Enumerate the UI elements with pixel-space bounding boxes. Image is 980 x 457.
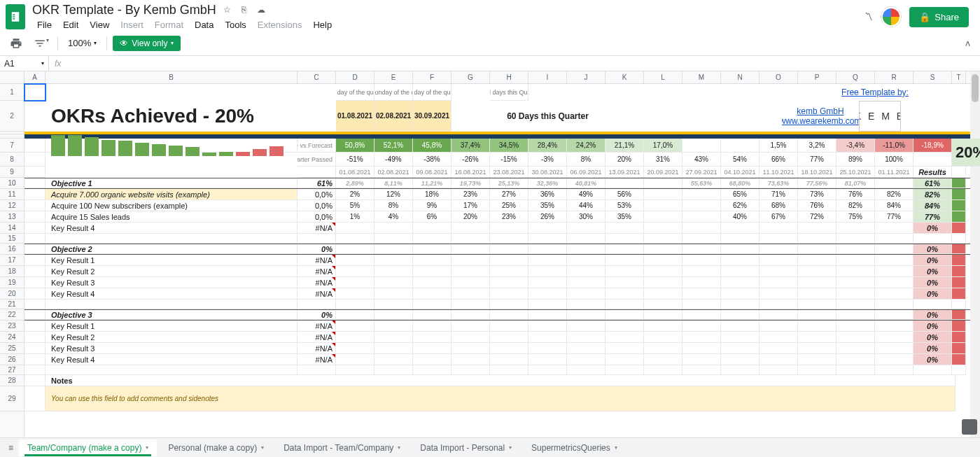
row-header[interactable]: 24 bbox=[0, 332, 24, 343]
cell[interactable]: #N/A bbox=[298, 288, 336, 300]
cell[interactable] bbox=[760, 255, 798, 266]
star-icon[interactable]: ☆ bbox=[222, 4, 233, 15]
spreadsheet-grid[interactable]: ABCDEFGHIJKLMNOPQRST 1278910111213141516… bbox=[0, 71, 980, 437]
cell[interactable] bbox=[374, 266, 413, 277]
cell[interactable] bbox=[451, 288, 490, 300]
cell[interactable] bbox=[875, 255, 913, 266]
cell[interactable] bbox=[298, 167, 336, 178]
cell[interactable] bbox=[656, 101, 681, 132]
meet-icon[interactable] bbox=[881, 7, 901, 27]
cell[interactable] bbox=[528, 234, 567, 244]
cell[interactable] bbox=[644, 234, 682, 244]
cell[interactable] bbox=[760, 365, 798, 375]
explore-button[interactable] bbox=[962, 419, 977, 435]
cell[interactable]: 1,5% bbox=[760, 139, 798, 153]
cell[interactable]: 77% bbox=[798, 153, 836, 167]
cell[interactable]: 8% bbox=[567, 153, 606, 167]
cell[interactable] bbox=[644, 266, 682, 277]
cell[interactable]: 35% bbox=[528, 200, 567, 211]
cell[interactable] bbox=[798, 365, 836, 375]
cell[interactable]: 0% bbox=[913, 255, 952, 266]
cell[interactable]: Key Result 1 bbox=[46, 255, 298, 266]
cell[interactable] bbox=[644, 84, 682, 101]
cell[interactable]: 68% bbox=[760, 200, 798, 211]
cell[interactable] bbox=[490, 354, 528, 365]
cell[interactable] bbox=[24, 277, 46, 288]
collapse-toolbar-icon[interactable]: ʌ bbox=[962, 36, 973, 51]
cell[interactable] bbox=[24, 321, 46, 332]
cell[interactable] bbox=[836, 310, 875, 320]
cell[interactable]: #N/A bbox=[298, 223, 336, 234]
row-header[interactable]: 12 bbox=[0, 200, 24, 211]
cell[interactable]: First Monday of the quarter bbox=[374, 84, 413, 101]
cell[interactable] bbox=[46, 300, 298, 309]
cell[interactable]: 40% bbox=[721, 211, 760, 223]
cell[interactable] bbox=[46, 84, 298, 101]
cell[interactable]: 77% bbox=[875, 211, 913, 223]
cell[interactable] bbox=[451, 321, 490, 332]
cell[interactable]: 0% bbox=[913, 332, 952, 343]
cell[interactable]: K E M B bbox=[859, 101, 901, 132]
cell[interactable]: 54% bbox=[721, 153, 760, 167]
cell[interactable] bbox=[721, 244, 760, 254]
cell[interactable]: 12% bbox=[374, 189, 413, 200]
cell[interactable]: 28,4% bbox=[528, 139, 567, 153]
cell[interactable] bbox=[24, 244, 46, 254]
cell[interactable] bbox=[451, 277, 490, 288]
cell[interactable] bbox=[490, 255, 528, 266]
row-header[interactable]: 7 bbox=[0, 139, 24, 153]
cell[interactable] bbox=[644, 332, 682, 343]
cell[interactable] bbox=[721, 223, 760, 234]
cell[interactable]: kemb GmbHwww.wearekemb.com bbox=[782, 101, 859, 132]
cell[interactable]: 37,4% bbox=[451, 139, 490, 153]
cell[interactable] bbox=[24, 310, 46, 320]
cell[interactable] bbox=[836, 244, 875, 254]
cell[interactable] bbox=[528, 321, 567, 332]
cell[interactable] bbox=[567, 277, 606, 288]
cell[interactable]: 75% bbox=[836, 211, 875, 223]
cell[interactable] bbox=[682, 354, 721, 365]
cell[interactable] bbox=[374, 321, 413, 332]
cell[interactable] bbox=[336, 266, 374, 277]
cell[interactable] bbox=[760, 223, 798, 234]
cell[interactable] bbox=[631, 101, 656, 132]
cell[interactable] bbox=[567, 255, 606, 266]
cell[interactable] bbox=[298, 365, 336, 375]
col-header-B[interactable]: B bbox=[46, 71, 298, 83]
cell[interactable]: Key Result 2 bbox=[46, 332, 298, 343]
cell[interactable] bbox=[46, 139, 298, 153]
cell[interactable]: -38% bbox=[413, 153, 451, 167]
cell[interactable] bbox=[721, 365, 760, 375]
cell[interactable]: 8,11% bbox=[374, 178, 413, 188]
cell[interactable] bbox=[413, 244, 451, 254]
cell[interactable] bbox=[490, 310, 528, 320]
cell[interactable] bbox=[374, 255, 413, 266]
cell[interactable] bbox=[682, 139, 721, 153]
cell[interactable] bbox=[644, 354, 682, 365]
cell[interactable] bbox=[836, 288, 875, 300]
cell[interactable] bbox=[451, 255, 490, 266]
cell[interactable] bbox=[490, 332, 528, 343]
cell[interactable] bbox=[836, 365, 875, 375]
cell[interactable]: 5% bbox=[336, 200, 374, 211]
cell[interactable] bbox=[46, 234, 298, 244]
menu-view[interactable]: View bbox=[85, 18, 114, 31]
cell[interactable] bbox=[644, 255, 682, 266]
cell[interactable]: Objective 1 bbox=[46, 178, 298, 188]
cell[interactable] bbox=[836, 332, 875, 343]
cell[interactable] bbox=[760, 277, 798, 288]
row-header[interactable]: 18 bbox=[0, 266, 24, 277]
cell[interactable] bbox=[836, 300, 875, 309]
cell[interactable] bbox=[528, 354, 567, 365]
cell[interactable] bbox=[760, 288, 798, 300]
cell[interactable] bbox=[451, 101, 490, 132]
cell[interactable]: -26% bbox=[451, 153, 490, 167]
cell[interactable] bbox=[24, 386, 46, 412]
cell[interactable] bbox=[606, 255, 644, 266]
cell[interactable]: #N/A bbox=[298, 321, 336, 332]
view-only-badge[interactable]: 👁View only▾ bbox=[113, 36, 181, 51]
cell[interactable] bbox=[24, 84, 46, 101]
row-header[interactable]: 13 bbox=[0, 211, 24, 223]
cell[interactable] bbox=[528, 300, 567, 309]
select-all-corner[interactable] bbox=[0, 71, 24, 83]
